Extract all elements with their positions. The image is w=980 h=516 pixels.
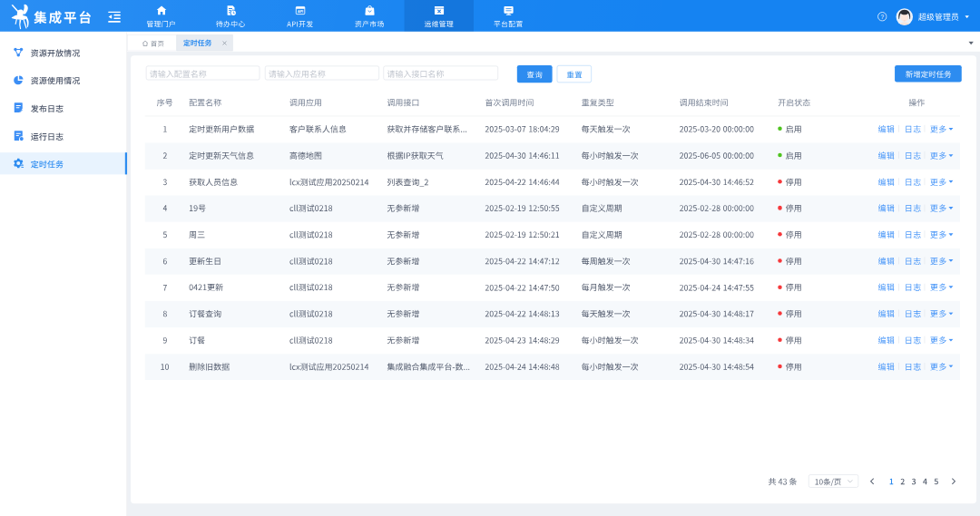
svg-text:?: ?: [880, 14, 884, 20]
svg-text:API: API: [298, 10, 303, 14]
